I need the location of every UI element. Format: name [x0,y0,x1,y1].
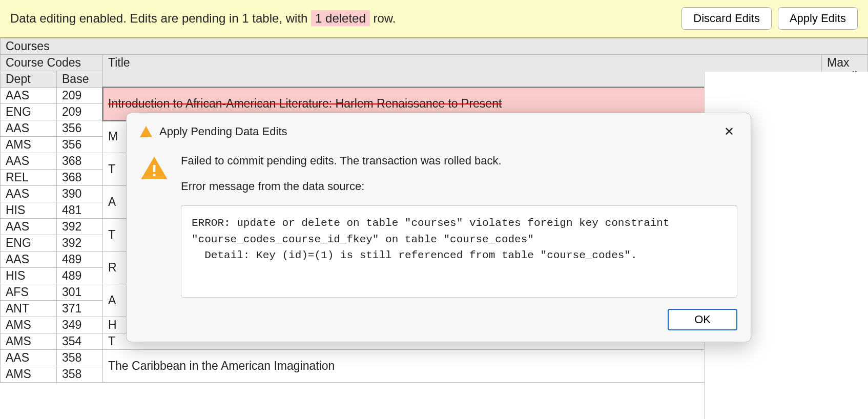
banner-prefix: Data editing enabled. Edits are pending … [10,11,311,25]
cell-dept[interactable]: REL [1,170,57,186]
deleted-count-pill: 1 deleted [311,10,370,26]
dialog-header: Apply Pending Data Edits ✕ [140,123,737,140]
cell-base[interactable]: 209 [57,88,103,104]
ok-button[interactable]: OK [668,309,737,330]
dialog-message-area: Failed to commit pending edits. The tran… [181,154,737,298]
dialog-body: Failed to commit pending edits. The tran… [140,154,737,298]
banner-buttons: Discard Edits Apply Edits [681,7,858,30]
cell-base[interactable]: 390 [57,186,103,202]
cell-base[interactable]: 358 [57,350,103,366]
cell-base[interactable]: 349 [57,317,103,333]
cell-dept[interactable]: AAS [1,186,57,202]
table-title: Courses [1,38,868,55]
cell-dept[interactable]: AMS [1,366,57,383]
cell-dept[interactable]: AMS [1,137,57,153]
cell-base[interactable]: 368 [57,153,103,170]
error-text[interactable]: ERROR: update or delete on table "course… [181,205,737,298]
cell-base[interactable]: 481 [57,202,103,219]
close-icon[interactable]: ✕ [721,123,737,140]
cell-base[interactable]: 301 [57,284,103,301]
warning-icon [140,126,152,137]
cell-dept[interactable]: AAS [1,350,57,366]
dialog-footer: OK [140,309,737,330]
cell-base[interactable]: 354 [57,333,103,350]
cell-dept[interactable]: AFS [1,284,57,301]
svg-rect-1 [153,174,156,177]
cell-dept[interactable]: AAS [1,88,57,104]
warning-icon-large [140,154,169,298]
cell-dept[interactable]: AAS [1,219,57,235]
cell-dept[interactable]: ENG [1,235,57,252]
cell-base[interactable]: 368 [57,170,103,186]
cell-dept[interactable]: AAS [1,252,57,268]
cell-dept[interactable]: AMS [1,333,57,350]
banner-suffix: row. [374,11,396,25]
cell-base[interactable]: 392 [57,219,103,235]
cell-base[interactable]: 209 [57,104,103,120]
cell-dept[interactable]: ANT [1,301,57,317]
banner-text: Data editing enabled. Edits are pending … [10,11,396,26]
cell-dept[interactable]: HIS [1,202,57,219]
cell-base[interactable]: 489 [57,268,103,284]
dialog-message: Failed to commit pending edits. The tran… [181,154,737,167]
col-dept[interactable]: Dept [1,71,57,88]
cell-base[interactable]: 392 [57,235,103,252]
cell-dept[interactable]: AAS [1,153,57,170]
dialog-sub: Error message from the data source: [181,180,737,193]
cell-dept[interactable]: HIS [1,268,57,284]
svg-rect-0 [153,165,156,172]
apply-edits-button[interactable]: Apply Edits [778,7,858,30]
discard-edits-button[interactable]: Discard Edits [681,7,772,30]
cell-base[interactable]: 356 [57,120,103,137]
col-group-course-codes[interactable]: Course Codes [1,55,103,71]
pending-edits-banner: Data editing enabled. Edits are pending … [0,0,868,38]
cell-base[interactable]: 358 [57,366,103,383]
cell-base[interactable]: 489 [57,252,103,268]
cell-dept[interactable]: AMS [1,317,57,333]
error-dialog: Apply Pending Data Edits ✕ Failed to com… [126,113,751,342]
cell-base[interactable]: 371 [57,301,103,317]
col-base[interactable]: Base [57,71,103,88]
cell-base[interactable]: 356 [57,137,103,153]
cell-dept[interactable]: AAS [1,120,57,137]
cell-dept[interactable]: ENG [1,104,57,120]
dialog-title: Apply Pending Data Edits [159,125,287,138]
